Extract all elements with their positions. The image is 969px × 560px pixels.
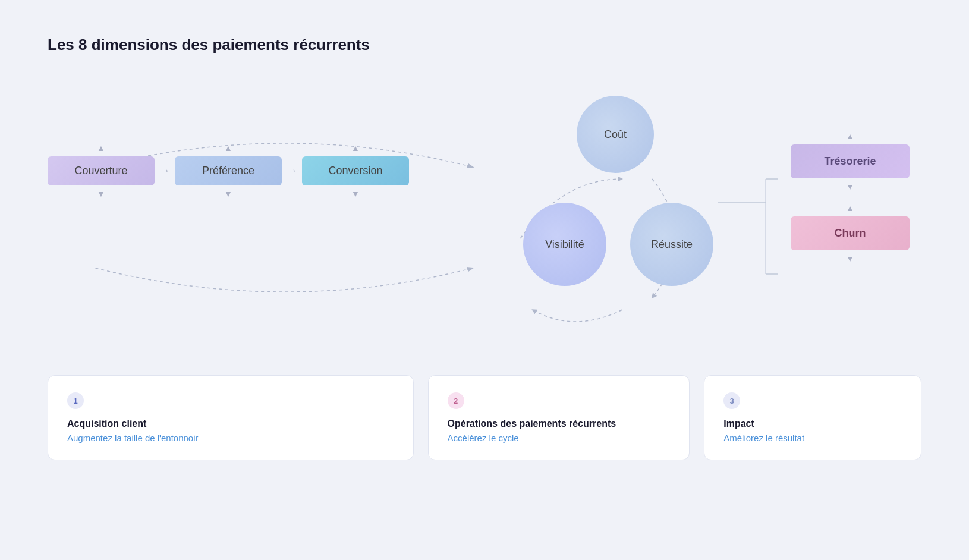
card-3-title: Impact: [723, 419, 902, 429]
card-2-title: Opérations des paiements récurrents: [448, 419, 671, 429]
bottom-cards: 1 Acquisition client Augmentez la taille…: [48, 375, 921, 460]
arrow-2: →: [287, 165, 297, 177]
churn-down-arrow: ▼: [846, 254, 854, 263]
card-2: 2 Opérations des paiements récurrents Ac…: [428, 375, 690, 460]
card-1: 1 Acquisition client Augmentez la taille…: [48, 375, 414, 460]
card-3-subtitle: Améliorez le résultat: [723, 433, 902, 443]
card-1-subtitle: Augmentez la taille de l'entonnoir: [67, 433, 394, 443]
conversion-down-arrow: ▼: [351, 189, 360, 199]
card-2-number: 2: [448, 392, 464, 409]
card-3-number: 3: [723, 392, 740, 409]
tresorerie-box: Trésorerie: [791, 144, 910, 178]
circles-group: Coût Visibilité Réussite: [523, 96, 713, 322]
arrow-1: →: [159, 165, 170, 177]
card-1-number: 1: [67, 392, 84, 409]
conversion-box: Conversion: [302, 156, 409, 185]
funnel-boxes: ▲ Couverture ▼ → ▲ Préférence ▼ → ▲: [48, 143, 409, 199]
tresorerie-down-arrow: ▼: [846, 182, 854, 191]
card-2-subtitle: Accélérez le cycle: [448, 433, 671, 443]
right-boxes: ▲ Trésorerie ▼ ▲ Churn ▼: [791, 131, 910, 263]
couverture-box: Couverture: [48, 156, 155, 185]
conversion-up-arrow: ▲: [351, 143, 360, 153]
churn-up-arrow: ▲: [846, 203, 854, 213]
circle-cout: Coût: [577, 96, 654, 173]
churn-box: Churn: [791, 216, 910, 250]
page-container: Les 8 dimensions des paiements récurrent…: [0, 0, 969, 484]
tresorerie-up-arrow: ▲: [846, 131, 854, 141]
circle-reussite: Réussite: [630, 203, 713, 286]
preference-down-arrow: ▼: [224, 189, 232, 199]
diagram-area: ▲ Couverture ▼ → ▲ Préférence ▼ → ▲: [48, 84, 921, 339]
page-title: Les 8 dimensions des paiements récurrent…: [48, 36, 921, 54]
preference-box: Préférence: [175, 156, 282, 185]
preference-up-arrow: ▲: [224, 143, 232, 153]
couverture-up-arrow: ▲: [97, 143, 105, 153]
card-1-title: Acquisition client: [67, 419, 394, 429]
card-3: 3 Impact Améliorez le résultat: [704, 375, 921, 460]
couverture-down-arrow: ▼: [97, 189, 105, 199]
circle-visibilite: Visibilité: [523, 203, 606, 286]
